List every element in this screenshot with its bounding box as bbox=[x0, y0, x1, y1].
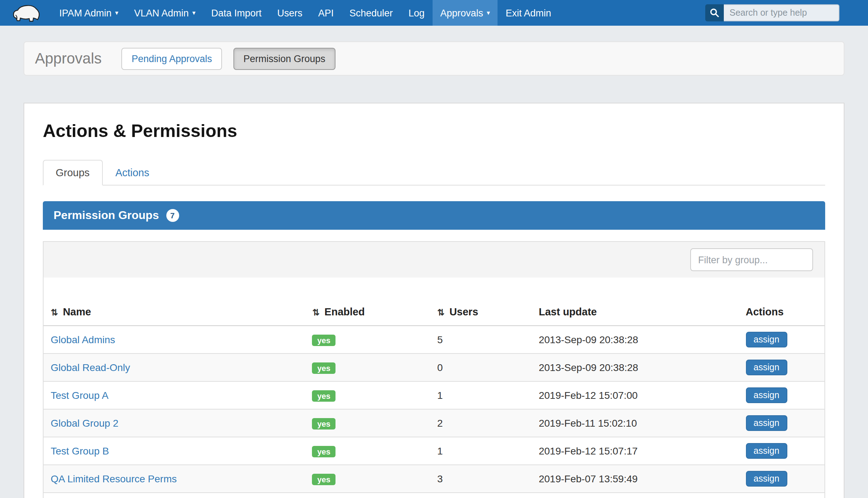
search-icon[interactable] bbox=[705, 4, 724, 21]
top-navbar: IPAM Admin ▾ VLAN Admin ▾ Data Import Us… bbox=[0, 0, 868, 26]
column-label: Users bbox=[449, 306, 478, 317]
group-name-link[interactable]: Global Admins bbox=[51, 334, 115, 345]
sort-icon: ⇅ bbox=[437, 308, 444, 317]
approvals-title: Approvals bbox=[35, 50, 102, 67]
column-header-users[interactable]: ⇅Users bbox=[430, 300, 531, 326]
permission-groups-panel-heading: Permission Groups 7 bbox=[43, 201, 825, 230]
assign-button[interactable]: assign bbox=[746, 415, 787, 431]
group-name-link[interactable]: QA Limited Resource Perms bbox=[51, 473, 177, 484]
column-label: Name bbox=[63, 306, 91, 317]
assign-button[interactable]: assign bbox=[746, 387, 787, 403]
column-header-enabled[interactable]: ⇅Enabled bbox=[305, 300, 430, 326]
tab-groups[interactable]: Groups bbox=[43, 160, 102, 186]
nav-item-vlan-admin[interactable]: VLAN Admin ▾ bbox=[126, 0, 203, 26]
assign-button[interactable]: assign bbox=[746, 443, 787, 459]
nav-item-label: Exit Admin bbox=[506, 7, 551, 18]
table-row: Global Read-Only yes 0 2013-Sep-09 20:38… bbox=[44, 354, 824, 381]
assign-button[interactable]: assign bbox=[746, 471, 787, 487]
panel-title: Permission Groups bbox=[54, 209, 159, 222]
pending-approvals-button[interactable]: Pending Approvals bbox=[122, 47, 222, 70]
nav-item-data-import[interactable]: Data Import bbox=[203, 0, 269, 26]
groups-table-body: Global Admins yes 5 2013-Sep-09 20:38:28… bbox=[44, 326, 824, 498]
nav-item-users[interactable]: Users bbox=[269, 0, 311, 26]
sort-icon: ⇅ bbox=[312, 308, 319, 317]
chevron-down-icon: ▾ bbox=[192, 10, 196, 16]
users-count: 5 bbox=[430, 326, 531, 354]
users-count: 0 bbox=[430, 354, 531, 381]
users-count: 1 bbox=[430, 493, 531, 498]
column-label: Last update bbox=[539, 306, 597, 317]
table-row: QA TLR Non Admin Group yes 1 2019-Feb-12… bbox=[44, 493, 824, 498]
last-update: 2013-Sep-09 20:38:28 bbox=[531, 326, 738, 354]
group-name-link[interactable]: Global Group 2 bbox=[51, 417, 118, 429]
enabled-badge: yes bbox=[312, 418, 335, 429]
tab-actions[interactable]: Actions bbox=[102, 160, 162, 186]
group-name-link[interactable]: Test Group A bbox=[51, 390, 108, 401]
page-title: Actions & Permissions bbox=[43, 121, 825, 141]
navbar-search bbox=[705, 0, 839, 26]
last-update: 2019-Feb-07 13:59:49 bbox=[531, 465, 738, 493]
enabled-badge: yes bbox=[312, 446, 335, 457]
column-header-actions: Actions bbox=[738, 300, 824, 326]
table-header-row: ⇅Name ⇅Enabled ⇅Users Last update Action bbox=[44, 300, 824, 326]
enabled-badge: yes bbox=[312, 362, 335, 374]
assign-button[interactable]: assign bbox=[746, 360, 787, 375]
filter-by-group-input[interactable] bbox=[690, 248, 813, 271]
users-count: 1 bbox=[430, 437, 531, 465]
table-row: QA Limited Resource Perms yes 3 2019-Feb… bbox=[44, 465, 824, 493]
tabs: Groups Actions bbox=[43, 160, 825, 186]
nav-item-label: VLAN Admin bbox=[134, 7, 189, 18]
table-row: Global Admins yes 5 2013-Sep-09 20:38:28… bbox=[44, 326, 824, 354]
nav-item-ipam-admin[interactable]: IPAM Admin ▾ bbox=[51, 0, 126, 26]
last-update: 2019-Feb-12 15:08:37 bbox=[531, 493, 738, 498]
table-row: Global Group 2 yes 2 2019-Feb-11 15:02:1… bbox=[44, 409, 824, 437]
users-count: 3 bbox=[430, 465, 531, 493]
search-input[interactable] bbox=[724, 4, 839, 21]
enabled-badge: yes bbox=[312, 390, 335, 401]
nav-item-log[interactable]: Log bbox=[401, 0, 433, 26]
last-update: 2019-Feb-12 15:07:00 bbox=[531, 381, 738, 409]
users-count: 1 bbox=[430, 381, 531, 409]
approvals-header-bar: Approvals Pending Approvals Permission G… bbox=[24, 41, 844, 76]
nav-item-exit-admin[interactable]: Exit Admin bbox=[498, 0, 559, 26]
group-name-link[interactable]: Test Group B bbox=[51, 445, 109, 457]
actions-permissions-card: Actions & Permissions Groups Actions Per… bbox=[24, 103, 844, 498]
table-toolbar bbox=[44, 242, 824, 278]
nav-items: IPAM Admin ▾ VLAN Admin ▾ Data Import Us… bbox=[51, 0, 559, 26]
page: IPAM Admin ▾ VLAN Admin ▾ Data Import Us… bbox=[0, 0, 868, 498]
nav-item-label: Log bbox=[409, 7, 425, 18]
last-update: 2019-Feb-12 15:07:17 bbox=[531, 437, 738, 465]
nav-item-label: IPAM Admin bbox=[59, 7, 112, 18]
permission-groups-button[interactable]: Permission Groups bbox=[233, 47, 335, 70]
nav-item-scheduler[interactable]: Scheduler bbox=[342, 0, 401, 26]
assign-button[interactable]: assign bbox=[746, 332, 787, 347]
chevron-down-icon: ▾ bbox=[115, 10, 118, 16]
chevron-down-icon: ▾ bbox=[487, 10, 490, 16]
last-update: 2019-Feb-11 15:02:10 bbox=[531, 409, 738, 437]
nav-item-label: Data Import bbox=[211, 7, 262, 18]
nav-item-label: Scheduler bbox=[349, 7, 393, 18]
column-header-name[interactable]: ⇅Name bbox=[44, 300, 305, 326]
count-badge: 7 bbox=[166, 209, 179, 222]
logo-mammoth-icon[interactable] bbox=[11, 0, 43, 26]
permission-groups-panel: ⇅Name ⇅Enabled ⇅Users Last update Action bbox=[43, 241, 825, 498]
nav-item-api[interactable]: API bbox=[310, 0, 342, 26]
group-name-link[interactable]: Global Read-Only bbox=[51, 362, 130, 373]
table-row: Test Group A yes 1 2019-Feb-12 15:07:00 … bbox=[44, 381, 824, 409]
nav-item-label: Approvals bbox=[440, 7, 483, 18]
users-count: 2 bbox=[430, 409, 531, 437]
table-row: Test Group B yes 1 2019-Feb-12 15:07:17 … bbox=[44, 437, 824, 465]
enabled-badge: yes bbox=[312, 473, 335, 485]
sort-icon: ⇅ bbox=[51, 308, 58, 317]
nav-item-approvals[interactable]: Approvals ▾ bbox=[433, 0, 498, 26]
nav-item-label: Users bbox=[277, 7, 303, 18]
column-header-last-update: Last update bbox=[531, 300, 738, 326]
column-label: Actions bbox=[746, 306, 783, 317]
enabled-badge: yes bbox=[312, 334, 335, 346]
last-update: 2013-Sep-09 20:38:28 bbox=[531, 354, 738, 381]
permission-groups-table: ⇅Name ⇅Enabled ⇅Users Last update Action bbox=[44, 300, 824, 498]
nav-item-label: API bbox=[318, 7, 334, 18]
column-label: Enabled bbox=[324, 306, 365, 317]
